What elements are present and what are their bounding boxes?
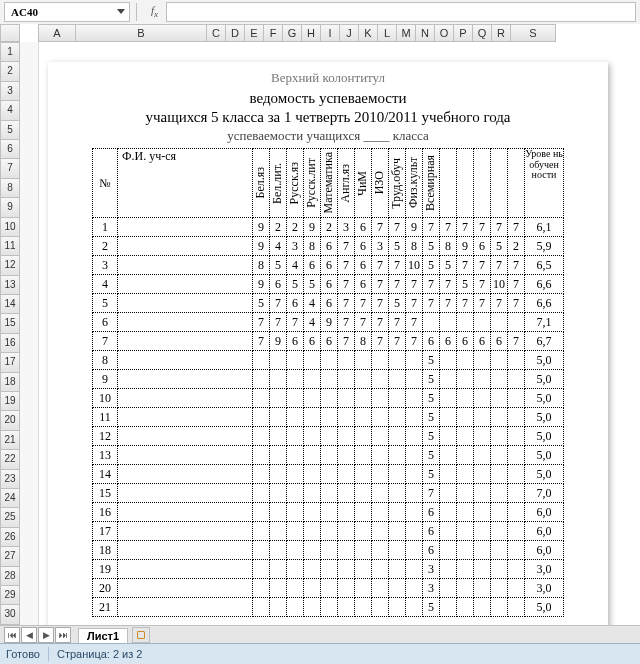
cell-fio[interactable]	[118, 370, 253, 389]
table-row[interactable]: 2155,0	[93, 598, 564, 617]
cell-grade[interactable]	[457, 313, 474, 332]
cell-grade[interactable]	[508, 389, 525, 408]
page[interactable]: Верхний колонтитул ведомость успеваемост…	[48, 62, 608, 644]
cell-grade[interactable]	[338, 522, 355, 541]
cell-grade[interactable]	[440, 560, 457, 579]
cell-grade[interactable]	[338, 579, 355, 598]
cell-grade[interactable]	[508, 427, 525, 446]
col-header-N[interactable]: N	[416, 24, 435, 42]
cell-grade[interactable]	[287, 598, 304, 617]
row-header[interactable]: 16	[0, 334, 20, 353]
cell-grade[interactable]	[491, 503, 508, 522]
row-header[interactable]: 21	[0, 431, 20, 450]
cell-grade[interactable]	[406, 408, 423, 427]
cell-grade[interactable]	[253, 522, 270, 541]
cell-grade[interactable]	[508, 484, 525, 503]
cell-grade[interactable]	[270, 465, 287, 484]
cell-grade[interactable]: 7	[406, 275, 423, 294]
cell-grade[interactable]: 7	[406, 313, 423, 332]
fx-icon[interactable]: fx	[151, 4, 158, 19]
cell-grade[interactable]	[508, 522, 525, 541]
cell-grade[interactable]	[457, 541, 474, 560]
cell-grade[interactable]: 10	[406, 256, 423, 275]
cell-num[interactable]: 9	[93, 370, 118, 389]
cell-grade[interactable]: 7	[389, 256, 406, 275]
cell-grade[interactable]	[321, 541, 338, 560]
cell-grade[interactable]: 3	[372, 237, 389, 256]
cell-grade[interactable]	[321, 598, 338, 617]
cell-grade[interactable]	[321, 503, 338, 522]
cell-grade[interactable]	[389, 389, 406, 408]
row-headers[interactable]: 1234567891011121314151617181920212223242…	[0, 42, 20, 644]
cell-grade[interactable]: 6	[321, 256, 338, 275]
cell-grade[interactable]: 7	[457, 256, 474, 275]
cell-grade[interactable]	[304, 408, 321, 427]
cell-level[interactable]: 5,0	[525, 351, 564, 370]
cell-grade[interactable]	[406, 579, 423, 598]
cell-grade[interactable]	[270, 484, 287, 503]
cell-fio[interactable]	[118, 427, 253, 446]
table-row[interactable]: 855,0	[93, 351, 564, 370]
cell-num[interactable]: 1	[93, 218, 118, 237]
cell-grade[interactable]: 7	[474, 218, 491, 237]
cell-grade[interactable]	[508, 408, 525, 427]
cell-grade[interactable]: 7	[372, 275, 389, 294]
cell-level[interactable]: 7,1	[525, 313, 564, 332]
cell-grade[interactable]	[440, 465, 457, 484]
col-header-C[interactable]: C	[207, 24, 226, 42]
cell-grade[interactable]: 5	[304, 275, 321, 294]
col-header-F[interactable]: F	[264, 24, 283, 42]
cell-grade[interactable]	[372, 446, 389, 465]
cell-grade[interactable]	[389, 522, 406, 541]
cell-grade[interactable]	[474, 427, 491, 446]
cell-grade[interactable]: 9	[457, 237, 474, 256]
cell-grade[interactable]	[321, 351, 338, 370]
table-row[interactable]: 4965567677777571076,6	[93, 275, 564, 294]
cell-grade[interactable]	[389, 408, 406, 427]
cell-grade[interactable]: 5	[457, 275, 474, 294]
col-header-J[interactable]: J	[340, 24, 359, 42]
cell-grade[interactable]	[508, 503, 525, 522]
cell-grade[interactable]: 9	[253, 237, 270, 256]
cell-level[interactable]: 6,1	[525, 218, 564, 237]
cell-level[interactable]: 3,0	[525, 579, 564, 598]
cell-grade[interactable]: 4	[304, 294, 321, 313]
cell-grade[interactable]	[491, 427, 508, 446]
cell-num[interactable]: 6	[93, 313, 118, 332]
cell-grade[interactable]	[304, 351, 321, 370]
col-header-A[interactable]: A	[38, 24, 76, 42]
cell-grade[interactable]	[474, 446, 491, 465]
cell-fio[interactable]	[118, 218, 253, 237]
table-row[interactable]: 1055,0	[93, 389, 564, 408]
cell-grade[interactable]: 5	[423, 351, 440, 370]
cell-grade[interactable]	[491, 370, 508, 389]
cell-grade[interactable]: 3	[423, 579, 440, 598]
cell-grade[interactable]	[304, 389, 321, 408]
cell-grade[interactable]: 6	[287, 294, 304, 313]
cell-level[interactable]: 5,0	[525, 427, 564, 446]
cell-grade[interactable]	[389, 351, 406, 370]
cell-grade[interactable]	[304, 465, 321, 484]
cell-grade[interactable]	[474, 598, 491, 617]
cell-grade[interactable]	[406, 389, 423, 408]
row-header[interactable]: 29	[0, 586, 20, 605]
cell-grade[interactable]: 7	[474, 275, 491, 294]
tab-next-icon[interactable]: ▶	[38, 627, 54, 643]
cell-grade[interactable]	[474, 408, 491, 427]
cell-grade[interactable]: 8	[253, 256, 270, 275]
chevron-down-icon[interactable]	[117, 9, 125, 14]
row-header[interactable]: 22	[0, 450, 20, 469]
cell-grade[interactable]: 5	[423, 446, 440, 465]
cell-grade[interactable]: 6	[491, 332, 508, 351]
cell-grade[interactable]: 3	[423, 560, 440, 579]
cell-grade[interactable]	[304, 503, 321, 522]
cell-grade[interactable]	[304, 579, 321, 598]
cell-fio[interactable]	[118, 332, 253, 351]
cell-grade[interactable]: 6	[321, 294, 338, 313]
cell-grade[interactable]: 7	[423, 275, 440, 294]
cell-grade[interactable]: 6	[423, 332, 440, 351]
cell-grade[interactable]	[338, 598, 355, 617]
cell-grade[interactable]: 6	[304, 256, 321, 275]
cell-grade[interactable]: 5	[423, 427, 440, 446]
cell-grade[interactable]	[389, 560, 406, 579]
